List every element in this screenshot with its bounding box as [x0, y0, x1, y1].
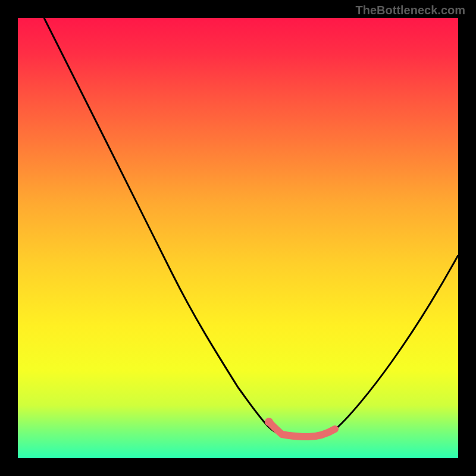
highlight-start-dot [265, 418, 273, 426]
optimal-range-highlight-line [269, 422, 335, 437]
bottleneck-curve-line [44, 18, 458, 437]
chart-svg [18, 18, 458, 458]
chart-plot-area [18, 18, 458, 458]
watermark-text: TheBottleneck.com [356, 4, 465, 17]
chart-container: TheBottleneck.com [0, 0, 476, 476]
